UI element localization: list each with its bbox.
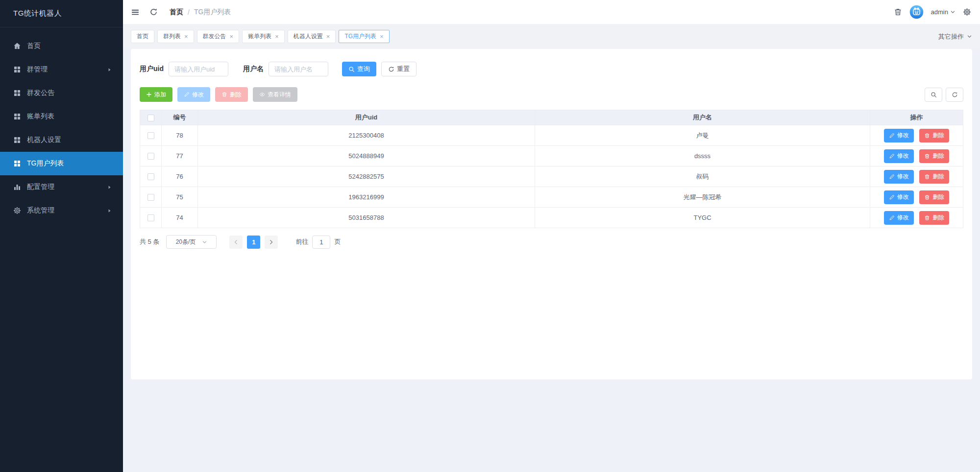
sidebar-item[interactable]: 系统管理 xyxy=(0,199,123,222)
gear-icon xyxy=(13,207,21,214)
sidebar-item-label: 首页 xyxy=(27,42,41,50)
reset-button[interactable]: 重置 xyxy=(381,62,416,76)
close-icon[interactable]: × xyxy=(380,33,384,40)
app-title: TG统计机器人 xyxy=(0,0,123,27)
tab[interactable]: 账单列表 × xyxy=(242,30,285,43)
row-checkbox[interactable] xyxy=(147,214,154,221)
row-delete-button[interactable]: 删除 xyxy=(919,190,949,204)
page-size-value: 20条/页 xyxy=(176,238,196,246)
cell-uid: 2125300408 xyxy=(198,125,535,146)
breadcrumb-home[interactable]: 首页 xyxy=(170,8,183,17)
tab[interactable]: TG用户列表 × xyxy=(339,30,389,43)
row-checkbox[interactable] xyxy=(147,153,154,160)
refresh-icon[interactable] xyxy=(149,8,158,16)
table-search-button[interactable] xyxy=(925,88,942,102)
row-delete-button[interactable]: 删除 xyxy=(919,129,949,142)
chevron-right-icon xyxy=(269,239,274,245)
close-icon[interactable]: × xyxy=(326,33,330,40)
table-refresh-button[interactable] xyxy=(946,88,963,102)
plus-icon xyxy=(146,92,152,97)
search-button[interactable]: 查询 xyxy=(342,62,376,76)
more-operations-dropdown[interactable]: 其它操作 xyxy=(938,32,972,41)
cell-no: 77 xyxy=(162,146,198,166)
tab[interactable]: 首页 xyxy=(131,30,154,43)
table-row: 78 2125300408 卢曼 修改 删除 xyxy=(140,125,963,146)
row-checkbox[interactable] xyxy=(147,194,154,201)
tab-label: 账单列表 xyxy=(248,32,271,41)
username-input[interactable] xyxy=(269,62,328,76)
sidebar-item[interactable]: 机器人设置 xyxy=(0,128,123,152)
edit-icon xyxy=(889,133,895,139)
chevron-down-icon xyxy=(967,34,972,39)
tab[interactable]: 群发公告 × xyxy=(197,30,240,43)
uid-label: 用户uid xyxy=(140,65,164,73)
edit-button[interactable]: 修改 xyxy=(177,87,210,102)
header-actions: admin xyxy=(894,5,971,19)
close-icon[interactable]: × xyxy=(230,33,234,40)
sidebar-item[interactable]: 账单列表 xyxy=(0,105,123,128)
top-header: 首页 / TG用户列表 xyxy=(123,0,980,24)
view-detail-button[interactable]: 查看详情 xyxy=(253,87,297,102)
current-page[interactable]: 1 xyxy=(247,236,260,249)
next-page-button[interactable] xyxy=(265,236,278,249)
sidebar-item-label: 配置管理 xyxy=(27,183,54,191)
uid-input[interactable] xyxy=(169,62,228,76)
breadcrumb-current: TG用户列表 xyxy=(194,8,231,17)
cell-no: 76 xyxy=(162,166,198,187)
row-edit-button[interactable]: 修改 xyxy=(884,190,914,204)
hamburger-icon[interactable] xyxy=(131,8,140,17)
row-edit-button[interactable]: 修改 xyxy=(884,129,914,142)
prev-page-button[interactable] xyxy=(229,236,243,249)
sidebar-item[interactable]: 首页 xyxy=(0,34,123,58)
tab-label: 群发公告 xyxy=(203,32,226,41)
breadcrumb: 首页 / TG用户列表 xyxy=(170,8,231,17)
chevron-down-icon xyxy=(202,239,207,245)
main-area: 首页 / TG用户列表 xyxy=(123,0,980,472)
row-delete-button[interactable]: 删除 xyxy=(919,149,949,163)
row-checkbox[interactable] xyxy=(147,173,154,180)
trash-icon[interactable] xyxy=(894,8,902,16)
page-size-select[interactable]: 20条/页 xyxy=(166,235,217,249)
delete-icon xyxy=(924,133,930,139)
row-edit-button[interactable]: 修改 xyxy=(884,149,914,163)
user-dropdown[interactable]: admin xyxy=(931,8,956,16)
column-header: 用户uid xyxy=(198,110,535,125)
column-header: 编号 xyxy=(162,110,198,125)
select-all-checkbox[interactable] xyxy=(147,115,154,121)
delete-icon xyxy=(924,174,930,180)
cell-no: 75 xyxy=(162,187,198,208)
search-icon xyxy=(348,66,355,72)
goto-label: 前往 xyxy=(295,237,308,246)
sidebar-item[interactable]: TG用户列表 xyxy=(0,152,123,175)
sidebar: TG统计机器人 首页 群管理 群发公告 账单列表 机器人设置 TG用户列表 配置… xyxy=(0,0,123,472)
add-button[interactable]: 添加 xyxy=(140,87,172,102)
avatar[interactable] xyxy=(909,5,924,19)
cell-no: 74 xyxy=(162,208,198,228)
table-tools xyxy=(925,88,963,102)
search-form: 用户uid 用户名 查询 重置 xyxy=(140,62,963,76)
row-edit-button[interactable]: 修改 xyxy=(884,211,914,225)
row-checkbox[interactable] xyxy=(147,132,154,139)
tab[interactable]: 机器人设置 × xyxy=(288,30,336,43)
cell-name: dssss xyxy=(535,146,870,166)
row-edit-button[interactable]: 修改 xyxy=(884,170,914,184)
gear-icon[interactable] xyxy=(963,8,971,16)
goto-page-input[interactable] xyxy=(312,236,330,249)
sidebar-item[interactable]: 群管理 xyxy=(0,58,123,81)
eye-icon xyxy=(259,92,265,97)
close-icon[interactable]: × xyxy=(275,33,279,40)
chevron-down-icon xyxy=(950,9,956,15)
total-count: 共 5 条 xyxy=(140,237,159,246)
delete-button[interactable]: 删除 xyxy=(215,87,248,102)
row-delete-button[interactable]: 删除 xyxy=(919,170,949,184)
refresh-icon xyxy=(952,92,958,98)
sidebar-item[interactable]: 群发公告 xyxy=(0,81,123,105)
grid-icon xyxy=(13,66,21,73)
table-row: 76 5242882575 叔码 修改 删除 xyxy=(140,166,963,187)
close-icon[interactable]: × xyxy=(184,33,188,40)
sidebar-item[interactable]: 配置管理 xyxy=(0,175,123,199)
row-delete-button[interactable]: 删除 xyxy=(919,211,949,225)
cell-name: 叔码 xyxy=(535,166,870,187)
breadcrumb-separator: / xyxy=(188,8,190,16)
tab[interactable]: 群列表 × xyxy=(157,30,194,43)
